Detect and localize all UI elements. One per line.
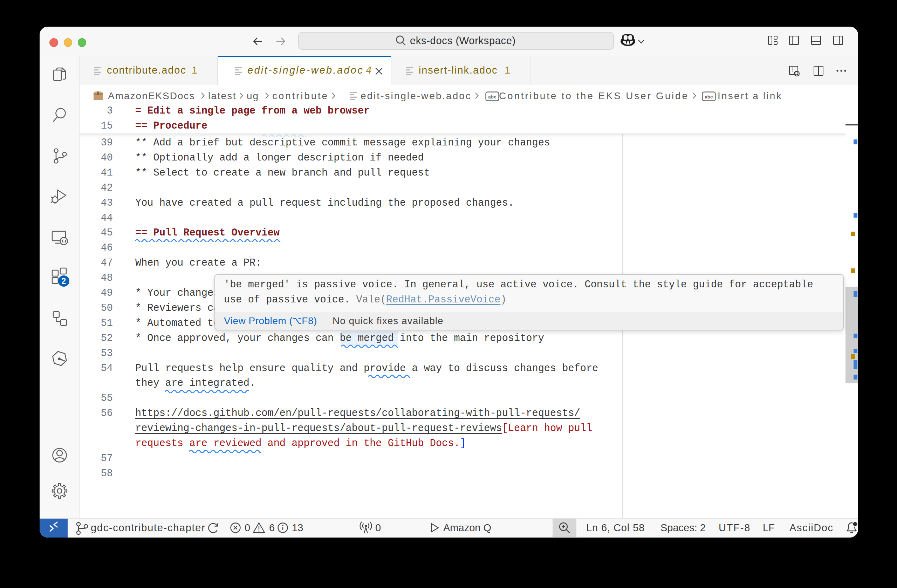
svg-text:2: 2 (62, 277, 66, 286)
svg-text:abc: abc (488, 94, 496, 100)
svg-text:abc: abc (705, 94, 713, 100)
